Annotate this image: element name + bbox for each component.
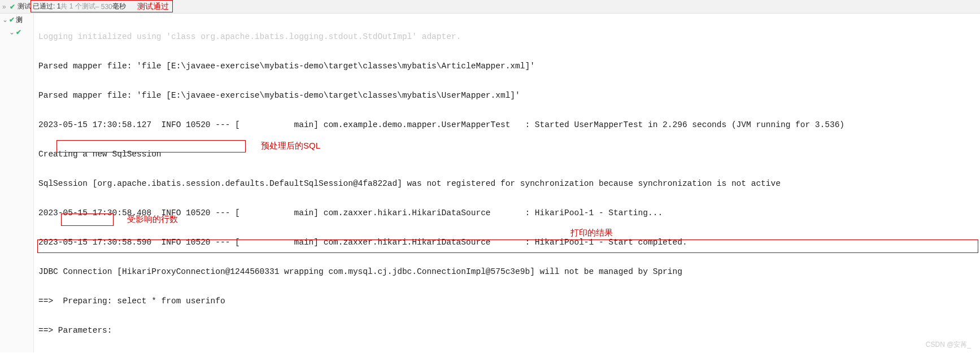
test-pass-count: 测试 已通过: 1 bbox=[18, 2, 61, 11]
log-line: 2023-05-15 17:30:58.127 INFO 10520 --- [… bbox=[38, 117, 975, 132]
log-line: Parsed mapper file: 'file [E:\javaee-exe… bbox=[38, 59, 975, 73]
log-line: SqlSession [org.apache.ibatis.session.de… bbox=[38, 176, 975, 191]
log-line: Creating a new SqlSession bbox=[38, 147, 975, 162]
check-icon: ✔ bbox=[16, 28, 21, 36]
log-line: 2023-05-15 17:30:58.408 INFO 10520 --- [… bbox=[38, 206, 975, 220]
test-duration-unit: 毫秒 bbox=[112, 2, 126, 11]
log-line: Parsed mapper file: 'file [E:\javaee-exe… bbox=[38, 88, 975, 103]
log-line: 2023-05-15 17:30:58.590 INFO 10520 --- [… bbox=[38, 235, 975, 250]
console-output[interactable]: Logging initialized using 'class org.apa… bbox=[34, 14, 980, 353]
test-status-bar: » ✔ 测试 已通过: 1 共 1 个测试 – 530 毫秒 测试通过 bbox=[0, 0, 980, 14]
log-line: Logging initialized using 'class org.apa… bbox=[38, 29, 975, 44]
log-line: ==> Preparing: select * from userinfo bbox=[38, 294, 975, 308]
test-duration-num: – 530 bbox=[95, 3, 112, 11]
test-total-count: 共 1 个测试 bbox=[60, 2, 95, 11]
check-icon: ✔ bbox=[10, 3, 15, 11]
watermark: CSDN @安苒_ bbox=[926, 340, 971, 350]
test-tree-row[interactable]: ⌄ ✔ bbox=[0, 26, 33, 38]
chevron-right-icon: » bbox=[2, 3, 6, 11]
log-line: ==> Parameters: bbox=[38, 323, 975, 338]
test-tree-sidebar: ⌄ ✔ 测 ⌄ ✔ bbox=[0, 14, 34, 352]
test-tree-label: 测 bbox=[16, 15, 23, 25]
chevron-down-icon: ⌄ bbox=[2, 16, 8, 24]
log-line: JDBC Connection [HikariProxyConnection@1… bbox=[38, 264, 975, 279]
annotation-test-passed: 测试通过 bbox=[137, 2, 169, 12]
test-tree-row[interactable]: ⌄ ✔ 测 bbox=[0, 14, 33, 26]
chevron-down-icon: ⌄ bbox=[9, 28, 15, 36]
check-icon: ✔ bbox=[9, 16, 15, 24]
